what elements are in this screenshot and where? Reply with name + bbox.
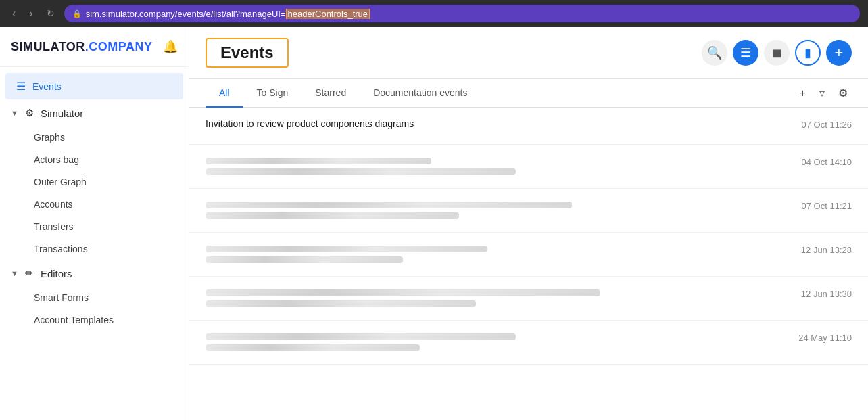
- event-date: 12 Jun 13:28: [777, 243, 852, 255]
- panel-view-button[interactable]: ▮: [795, 40, 821, 66]
- event-date: 24 May 11:10: [777, 331, 852, 343]
- search-button[interactable]: 🔍: [702, 40, 727, 66]
- address-bar[interactable]: 🔒 sim.simulator.company/events/e/list/al…: [64, 5, 860, 22]
- sidebar: SIMULATOR.COMPANY 🔔 ☰ Events ▼ ⚙ Simulat…: [0, 27, 189, 420]
- address-url: sim.simulator.company/events/e/list/all?…: [86, 9, 370, 19]
- tabs-actions: + ▿ ⚙: [796, 84, 852, 102]
- simulator-icon: ⚙: [25, 107, 34, 119]
- blurred-content: [206, 158, 431, 164]
- sidebar-header: SIMULATOR.COMPANY 🔔: [0, 27, 189, 67]
- grid-view-button[interactable]: ◼: [764, 40, 790, 66]
- sidebar-item-events[interactable]: ☰ Events: [5, 73, 183, 99]
- event-date: 07 Oct 11:26: [777, 118, 852, 130]
- top-bar-actions: 🔍 ☰ ◼ ▮ +: [702, 40, 852, 66]
- tab-starred[interactable]: Starred: [302, 79, 360, 108]
- notification-bell-icon[interactable]: 🔔: [163, 39, 178, 54]
- blurred-content: [206, 300, 476, 307]
- event-item[interactable]: 12 Jun 13:28: [189, 233, 868, 277]
- event-item[interactable]: 07 Oct 11:21: [189, 189, 868, 233]
- tabs-bar: All To Sign Starred Documentation events…: [189, 79, 868, 108]
- reload-button[interactable]: ↻: [43, 7, 59, 20]
- tab-to-sign[interactable]: To Sign: [243, 79, 302, 108]
- lock-icon: 🔒: [72, 9, 82, 18]
- sidebar-item-transactions[interactable]: Transactions: [5, 238, 183, 260]
- event-content: [206, 200, 769, 221]
- browser-chrome: ‹ › ↻ 🔒 sim.simulator.company/events/e/l…: [0, 0, 868, 27]
- event-date: 12 Jun 13:30: [777, 287, 852, 299]
- sidebar-item-outer-graph[interactable]: Outer Graph: [5, 171, 183, 193]
- sidebar-item-graphs[interactable]: Graphs: [5, 126, 183, 148]
- event-title: Invitation to review product components …: [206, 118, 769, 129]
- event-item[interactable]: 12 Jun 13:30: [189, 277, 868, 321]
- top-bar: Events 🔍 ☰ ◼ ▮ +: [189, 27, 868, 79]
- editors-label: Editors: [41, 268, 72, 279]
- event-content: [206, 331, 769, 353]
- chevron-down-icon: ▼: [11, 109, 18, 117]
- add-button[interactable]: +: [826, 40, 852, 66]
- sidebar-navigation: ☰ Events ▼ ⚙ Simulator Graphs Actors bag…: [0, 67, 189, 420]
- blurred-content: [206, 256, 403, 263]
- blurred-content: [206, 333, 516, 340]
- sidebar-item-transfers[interactable]: Transfers: [5, 216, 183, 237]
- blurred-content: [206, 212, 459, 219]
- sidebar-item-accounts[interactable]: Accounts: [5, 193, 183, 215]
- sidebar-item-smart-forms[interactable]: Smart Forms: [5, 287, 183, 308]
- event-content: Invitation to review product components …: [206, 118, 769, 133]
- event-date: 07 Oct 11:21: [777, 200, 852, 211]
- blurred-content: [206, 246, 487, 252]
- chevron-down-icon: ▼: [11, 269, 18, 277]
- blurred-content: [206, 202, 572, 208]
- list-view-button[interactable]: ☰: [733, 40, 758, 66]
- event-item[interactable]: 04 Oct 14:10: [189, 145, 868, 189]
- page-title: Events: [206, 38, 289, 68]
- app-container: SIMULATOR.COMPANY 🔔 ☰ Events ▼ ⚙ Simulat…: [0, 27, 868, 420]
- event-content: [206, 287, 769, 309]
- events-list: Invitation to review product components …: [189, 108, 868, 420]
- sidebar-section-editors[interactable]: ▼ ✏ Editors: [0, 260, 189, 286]
- sidebar-events-label: Events: [32, 81, 62, 92]
- sidebar-item-actors-bag[interactable]: Actors bag: [5, 149, 183, 170]
- event-date: 04 Oct 14:10: [777, 156, 852, 167]
- editors-icon: ✏: [25, 267, 34, 279]
- grid-view-icon: ◼: [772, 45, 782, 60]
- back-button[interactable]: ‹: [8, 6, 20, 21]
- add-tab-button[interactable]: +: [796, 85, 810, 102]
- events-icon: ☰: [16, 80, 26, 93]
- settings-button[interactable]: ⚙: [834, 84, 852, 102]
- sidebar-section-simulator[interactable]: ▼ ⚙ Simulator: [0, 100, 189, 126]
- simulator-label: Simulator: [41, 108, 83, 119]
- sidebar-item-account-templates[interactable]: Account Templates: [5, 309, 183, 331]
- main-content: Events 🔍 ☰ ◼ ▮ +: [189, 27, 868, 420]
- blurred-content: [206, 344, 420, 351]
- event-item[interactable]: Invitation to review product components …: [189, 108, 868, 145]
- blurred-content: [206, 289, 600, 296]
- event-content: [206, 156, 769, 177]
- event-content: [206, 243, 769, 265]
- tab-all[interactable]: All: [206, 79, 243, 108]
- plus-icon: +: [835, 44, 844, 62]
- search-icon: 🔍: [707, 45, 722, 60]
- event-item[interactable]: 24 May 11:10: [189, 321, 868, 365]
- list-view-icon: ☰: [740, 45, 751, 60]
- filter-button[interactable]: ▿: [815, 84, 829, 102]
- forward-button[interactable]: ›: [25, 6, 37, 21]
- tab-documentation-events[interactable]: Documentation events: [360, 79, 481, 108]
- logo: SIMULATOR.COMPANY: [11, 40, 153, 54]
- panel-view-icon: ▮: [804, 45, 811, 60]
- blurred-content: [206, 168, 516, 175]
